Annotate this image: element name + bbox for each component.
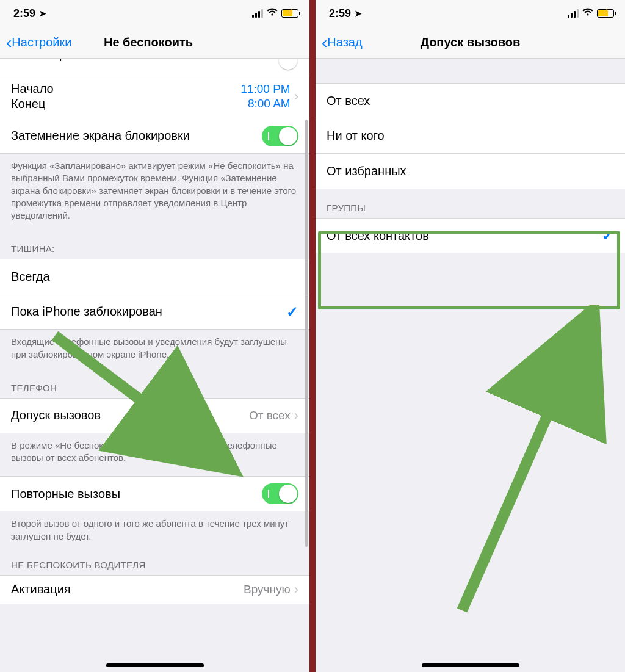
status-bar: 2:59 ➤ ⚡: [0, 0, 309, 27]
scheduled-row-partial[interactable]: Запланировано: [0, 59, 309, 74]
phone-screen-do-not-disturb: 2:59 ➤ ⚡ ‹ Настройки Не беспокоить Запла…: [0, 0, 309, 672]
option-everyone-row[interactable]: От всех: [316, 83, 625, 118]
location-icon: ➤: [39, 9, 46, 18]
start-value: 11:00 PM: [240, 82, 290, 96]
chevron-right-icon: ›: [294, 89, 298, 104]
silence-always-row[interactable]: Всегда: [0, 259, 309, 294]
option-everyone-label: От всех: [327, 94, 370, 108]
silence-always-label: Всегда: [11, 270, 50, 284]
chevron-left-icon: ‹: [322, 34, 327, 51]
silence-locked-label: Пока iPhone заблокирован: [11, 305, 162, 319]
cellular-signal-icon: [252, 9, 263, 18]
cellular-signal-icon: [568, 9, 579, 18]
dim-label: Затемнение экрана блокировки: [11, 129, 190, 143]
end-value: 8:00 AM: [240, 97, 290, 110]
status-bar: 2:59 ➤ ⚡: [316, 0, 625, 27]
groups-header: ГРУППЫ: [316, 189, 625, 218]
repeat-calls-toggle[interactable]: [262, 483, 298, 504]
allow-calls-row[interactable]: Допуск вызовов От всех ›: [0, 398, 309, 433]
start-label: Начало: [11, 82, 54, 96]
wifi-icon: [582, 8, 593, 19]
end-label: Конец: [11, 97, 54, 111]
activation-label: Активация: [11, 582, 71, 596]
allow-calls-content: От всех Ни от кого От избранных ГРУППЫ О…: [316, 59, 625, 672]
home-indicator[interactable]: [106, 663, 204, 667]
activation-value: Вручную: [244, 583, 291, 596]
settings-scroll[interactable]: Запланировано Начало Конец 11:00 PM 8:00…: [0, 59, 309, 672]
battery-charging-icon: ⚡: [281, 9, 298, 18]
status-time: 2:59: [13, 7, 35, 20]
schedule-time-row[interactable]: Начало Конец 11:00 PM 8:00 AM ›: [0, 74, 309, 118]
nav-bar: ‹ Назад Допуск вызовов: [316, 27, 625, 59]
location-icon: ➤: [355, 9, 362, 18]
repeat-calls-footer: Второй вызов от одного и того же абонент…: [0, 511, 309, 551]
activation-row[interactable]: Активация Вручную ›: [0, 575, 309, 604]
home-indicator[interactable]: [422, 663, 519, 667]
nav-bar: ‹ Настройки Не беспокоить: [0, 27, 309, 59]
battery-charging-icon: ⚡: [597, 9, 614, 18]
back-button[interactable]: ‹ Назад: [322, 34, 363, 51]
scheduled-label: Запланировано: [11, 59, 99, 62]
screenshot-divider: [309, 0, 316, 672]
chevron-right-icon: ›: [294, 408, 298, 424]
option-all-contacts-row[interactable]: От всех контактов ✓: [316, 218, 625, 253]
option-favorites-label: От избранных: [327, 164, 406, 178]
repeat-calls-row[interactable]: Повторные вызовы: [0, 476, 309, 511]
allow-calls-footer: В режиме «Не беспокоить» разрешить входя…: [0, 433, 309, 473]
status-time: 2:59: [329, 7, 351, 20]
option-favorites-row[interactable]: От избранных: [316, 154, 625, 189]
option-noone-label: Ни от кого: [327, 129, 385, 143]
dim-lock-screen-row[interactable]: Затемнение экрана блокировки: [0, 118, 309, 154]
checkmark-icon: ✓: [286, 303, 298, 320]
chevron-right-icon: ›: [294, 582, 298, 598]
repeat-calls-label: Повторные вызовы: [11, 487, 120, 501]
silence-footer: Входящие телефонные вызовы и уведомления…: [0, 330, 309, 369]
chevron-left-icon: ‹: [6, 34, 12, 51]
scheduled-footer: Функция «Запланировано» активирует режим…: [0, 154, 309, 230]
back-button[interactable]: ‹ Настройки: [6, 34, 71, 51]
option-noone-row[interactable]: Ни от кого: [316, 118, 625, 154]
option-all-contacts-label: От всех контактов: [327, 229, 429, 243]
checkmark-icon: ✓: [602, 227, 614, 244]
driver-header: НЕ БЕСПОКОИТЬ ВОДИТЕЛЯ: [0, 551, 309, 575]
scrollbar[interactable]: [305, 120, 308, 547]
allow-calls-value: От всех: [249, 409, 291, 422]
phone-header: ТЕЛЕФОН: [0, 369, 309, 398]
dim-toggle[interactable]: [262, 126, 298, 146]
silence-header: ТИШИНА:: [0, 230, 309, 259]
back-label: Настройки: [12, 35, 71, 49]
phone-screen-allow-calls: 2:59 ➤ ⚡ ‹ Назад Допуск вызовов От всех: [316, 0, 625, 672]
silence-locked-row[interactable]: Пока iPhone заблокирован ✓: [0, 294, 309, 330]
back-label: Назад: [327, 35, 362, 49]
wifi-icon: [267, 8, 278, 19]
allow-calls-label: Допуск вызовов: [11, 408, 101, 422]
